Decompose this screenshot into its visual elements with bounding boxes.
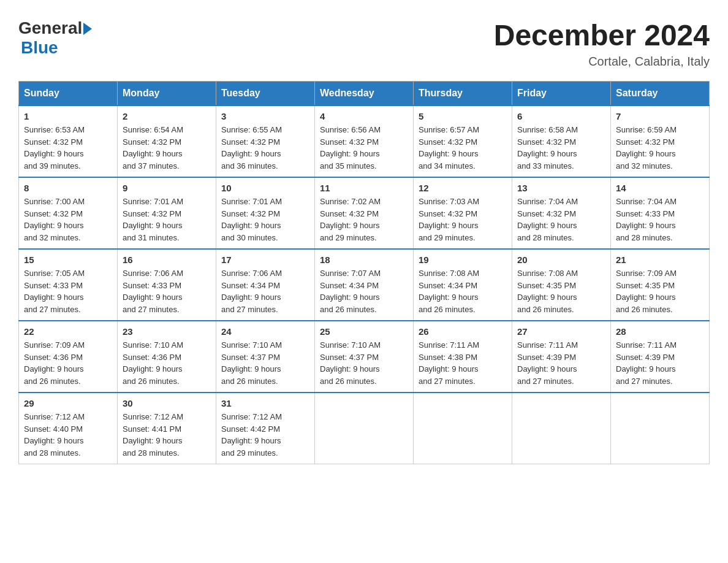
day-number: 23 (123, 326, 211, 337)
day-info: Sunrise: 7:05 AM Sunset: 4:33 PM Dayligh… (24, 267, 112, 315)
calendar-day-cell: 31 Sunrise: 7:12 AM Sunset: 4:42 PM Dayl… (216, 393, 315, 464)
calendar-day-cell: 4 Sunrise: 6:56 AM Sunset: 4:32 PM Dayli… (315, 105, 414, 177)
day-info: Sunrise: 6:53 AM Sunset: 4:32 PM Dayligh… (24, 124, 112, 172)
day-number: 16 (123, 255, 211, 265)
day-number: 24 (221, 326, 309, 337)
calendar-day-cell: 30 Sunrise: 7:12 AM Sunset: 4:41 PM Dayl… (118, 393, 216, 464)
day-info: Sunrise: 6:58 AM Sunset: 4:32 PM Dayligh… (517, 124, 605, 172)
calendar-day-cell: 13 Sunrise: 7:04 AM Sunset: 4:32 PM Dayl… (512, 177, 611, 249)
calendar-day-cell: 1 Sunrise: 6:53 AM Sunset: 4:32 PM Dayli… (19, 105, 118, 177)
day-number: 28 (616, 326, 704, 337)
calendar-day-cell (414, 393, 512, 464)
day-info: Sunrise: 6:57 AM Sunset: 4:32 PM Dayligh… (419, 124, 507, 172)
day-info: Sunrise: 7:06 AM Sunset: 4:33 PM Dayligh… (123, 267, 211, 315)
day-number: 25 (320, 326, 408, 337)
calendar-week-row: 15 Sunrise: 7:05 AM Sunset: 4:33 PM Dayl… (19, 249, 710, 321)
day-number: 5 (419, 111, 507, 121)
day-info: Sunrise: 7:07 AM Sunset: 4:34 PM Dayligh… (320, 267, 408, 315)
day-number: 20 (517, 255, 605, 265)
day-info: Sunrise: 7:10 AM Sunset: 4:36 PM Dayligh… (123, 339, 211, 387)
calendar-day-cell: 5 Sunrise: 6:57 AM Sunset: 4:32 PM Dayli… (414, 105, 512, 177)
calendar-day-cell: 24 Sunrise: 7:10 AM Sunset: 4:37 PM Dayl… (216, 321, 315, 393)
day-number: 15 (24, 255, 112, 265)
calendar-week-row: 29 Sunrise: 7:12 AM Sunset: 4:40 PM Dayl… (19, 393, 710, 464)
logo-triangle-icon (83, 23, 92, 35)
calendar-table: Sunday Monday Tuesday Wednesday Thursday… (18, 81, 710, 464)
day-info: Sunrise: 6:56 AM Sunset: 4:32 PM Dayligh… (320, 124, 408, 172)
calendar-day-cell: 6 Sunrise: 6:58 AM Sunset: 4:32 PM Dayli… (512, 105, 611, 177)
day-number: 7 (616, 111, 704, 121)
calendar-day-cell: 22 Sunrise: 7:09 AM Sunset: 4:36 PM Dayl… (19, 321, 118, 393)
calendar-day-cell: 21 Sunrise: 7:09 AM Sunset: 4:35 PM Dayl… (611, 249, 710, 321)
calendar-day-cell: 28 Sunrise: 7:11 AM Sunset: 4:39 PM Dayl… (611, 321, 710, 393)
day-number: 3 (221, 111, 309, 121)
page-header: General Blue December 2024 Cortale, Cala… (18, 18, 710, 69)
calendar-week-row: 8 Sunrise: 7:00 AM Sunset: 4:32 PM Dayli… (19, 177, 710, 249)
day-number: 21 (616, 255, 704, 265)
calendar-day-cell (512, 393, 611, 464)
calendar-day-cell (315, 393, 414, 464)
title-section: December 2024 Cortale, Calabria, Italy (494, 18, 710, 69)
calendar-day-cell: 9 Sunrise: 7:01 AM Sunset: 4:32 PM Dayli… (118, 177, 216, 249)
calendar-day-cell: 7 Sunrise: 6:59 AM Sunset: 4:32 PM Dayli… (611, 105, 710, 177)
calendar-day-cell: 27 Sunrise: 7:11 AM Sunset: 4:39 PM Dayl… (512, 321, 611, 393)
calendar-subtitle: Cortale, Calabria, Italy (494, 55, 710, 69)
calendar-week-row: 22 Sunrise: 7:09 AM Sunset: 4:36 PM Dayl… (19, 321, 710, 393)
logo-general: General (18, 18, 82, 38)
day-info: Sunrise: 7:01 AM Sunset: 4:32 PM Dayligh… (221, 196, 309, 243)
day-number: 26 (419, 326, 507, 337)
day-info: Sunrise: 7:10 AM Sunset: 4:37 PM Dayligh… (221, 339, 309, 387)
day-number: 18 (320, 255, 408, 265)
day-number: 17 (221, 255, 309, 265)
calendar-day-cell: 2 Sunrise: 6:54 AM Sunset: 4:32 PM Dayli… (118, 105, 216, 177)
calendar-day-cell: 17 Sunrise: 7:06 AM Sunset: 4:34 PM Dayl… (216, 249, 315, 321)
day-info: Sunrise: 7:02 AM Sunset: 4:32 PM Dayligh… (320, 196, 408, 243)
day-info: Sunrise: 7:12 AM Sunset: 4:41 PM Dayligh… (123, 411, 211, 459)
day-number: 10 (221, 183, 309, 193)
day-number: 1 (24, 111, 112, 121)
day-info: Sunrise: 7:12 AM Sunset: 4:42 PM Dayligh… (221, 411, 309, 459)
day-number: 22 (24, 326, 112, 337)
calendar-day-cell: 18 Sunrise: 7:07 AM Sunset: 4:34 PM Dayl… (315, 249, 414, 321)
day-number: 29 (24, 398, 112, 408)
day-number: 13 (517, 183, 605, 193)
day-number: 12 (419, 183, 507, 193)
day-info: Sunrise: 7:08 AM Sunset: 4:34 PM Dayligh… (419, 267, 507, 315)
day-info: Sunrise: 7:04 AM Sunset: 4:33 PM Dayligh… (616, 196, 704, 243)
calendar-week-row: 1 Sunrise: 6:53 AM Sunset: 4:32 PM Dayli… (19, 105, 710, 177)
calendar-header-row: Sunday Monday Tuesday Wednesday Thursday… (19, 82, 710, 106)
calendar-day-cell: 25 Sunrise: 7:10 AM Sunset: 4:37 PM Dayl… (315, 321, 414, 393)
day-info: Sunrise: 6:54 AM Sunset: 4:32 PM Dayligh… (123, 124, 211, 172)
calendar-day-cell: 19 Sunrise: 7:08 AM Sunset: 4:34 PM Dayl… (414, 249, 512, 321)
calendar-day-cell: 29 Sunrise: 7:12 AM Sunset: 4:40 PM Dayl… (19, 393, 118, 464)
calendar-day-cell: 11 Sunrise: 7:02 AM Sunset: 4:32 PM Dayl… (315, 177, 414, 249)
day-number: 19 (419, 255, 507, 265)
col-monday: Monday (118, 82, 216, 106)
day-number: 11 (320, 183, 408, 193)
day-number: 4 (320, 111, 408, 121)
day-info: Sunrise: 7:11 AM Sunset: 4:39 PM Dayligh… (616, 339, 704, 387)
col-thursday: Thursday (414, 82, 512, 106)
calendar-day-cell: 20 Sunrise: 7:08 AM Sunset: 4:35 PM Dayl… (512, 249, 611, 321)
calendar-day-cell: 12 Sunrise: 7:03 AM Sunset: 4:32 PM Dayl… (414, 177, 512, 249)
day-number: 9 (123, 183, 211, 193)
day-number: 14 (616, 183, 704, 193)
logo: General Blue (18, 18, 92, 58)
col-wednesday: Wednesday (315, 82, 414, 106)
day-number: 2 (123, 111, 211, 121)
day-info: Sunrise: 7:04 AM Sunset: 4:32 PM Dayligh… (517, 196, 605, 243)
day-info: Sunrise: 7:08 AM Sunset: 4:35 PM Dayligh… (517, 267, 605, 315)
day-info: Sunrise: 7:11 AM Sunset: 4:39 PM Dayligh… (517, 339, 605, 387)
calendar-day-cell: 15 Sunrise: 7:05 AM Sunset: 4:33 PM Dayl… (19, 249, 118, 321)
day-number: 8 (24, 183, 112, 193)
calendar-day-cell: 3 Sunrise: 6:55 AM Sunset: 4:32 PM Dayli… (216, 105, 315, 177)
day-info: Sunrise: 7:01 AM Sunset: 4:32 PM Dayligh… (123, 196, 211, 243)
col-saturday: Saturday (611, 82, 710, 106)
day-info: Sunrise: 7:12 AM Sunset: 4:40 PM Dayligh… (24, 411, 112, 459)
day-info: Sunrise: 6:55 AM Sunset: 4:32 PM Dayligh… (221, 124, 309, 172)
calendar-day-cell (611, 393, 710, 464)
day-number: 30 (123, 398, 211, 408)
day-info: Sunrise: 7:09 AM Sunset: 4:36 PM Dayligh… (24, 339, 112, 387)
calendar-day-cell: 8 Sunrise: 7:00 AM Sunset: 4:32 PM Dayli… (19, 177, 118, 249)
calendar-day-cell: 16 Sunrise: 7:06 AM Sunset: 4:33 PM Dayl… (118, 249, 216, 321)
